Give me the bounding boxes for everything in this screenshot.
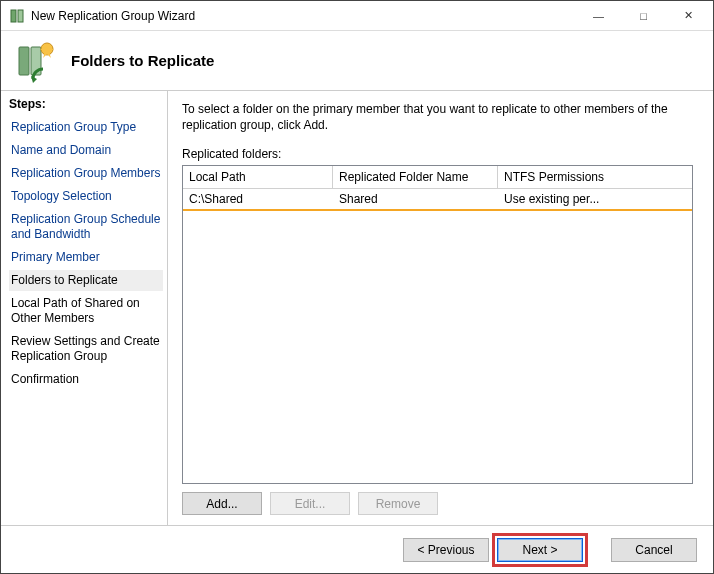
column-header-ntfs[interactable]: NTFS Permissions	[498, 166, 638, 188]
maximize-button[interactable]: □	[621, 2, 666, 30]
titlebar: New Replication Group Wizard — □ ✕	[1, 1, 713, 31]
svg-rect-2	[19, 47, 29, 75]
list-label: Replicated folders:	[182, 147, 693, 161]
sidebar-step: Review Settings and Create Replication G…	[9, 331, 163, 367]
edit-button: Edit...	[270, 492, 350, 515]
next-button[interactable]: Next >	[497, 538, 583, 562]
page-description: To select a folder on the primary member…	[182, 101, 693, 133]
sidebar-step[interactable]: Primary Member	[9, 247, 163, 268]
replicated-folders-grid[interactable]: Local Path Replicated Folder Name NTFS P…	[182, 165, 693, 484]
wizard-body: Steps: Replication Group TypeName and Do…	[1, 91, 713, 525]
remove-button: Remove	[358, 492, 438, 515]
sidebar-step[interactable]: Replication Group Schedule and Bandwidth	[9, 209, 163, 245]
add-button[interactable]: Add...	[182, 492, 262, 515]
svg-rect-1	[18, 10, 23, 22]
steps-sidebar: Steps: Replication Group TypeName and Do…	[1, 91, 168, 525]
sidebar-step[interactable]: Replication Group Members	[9, 163, 163, 184]
main-panel: To select a folder on the primary member…	[168, 91, 713, 525]
grid-header: Local Path Replicated Folder Name NTFS P…	[183, 166, 692, 189]
minimize-button[interactable]: —	[576, 2, 621, 30]
close-button[interactable]: ✕	[666, 2, 711, 30]
column-header-local-path[interactable]: Local Path	[183, 166, 333, 188]
window-title: New Replication Group Wizard	[31, 9, 576, 23]
wizard-footer: < Previous Next > Cancel	[1, 525, 713, 573]
sidebar-step[interactable]: Name and Domain	[9, 140, 163, 161]
wizard-header: Folders to Replicate	[1, 31, 713, 91]
sidebar-step[interactable]: Topology Selection	[9, 186, 163, 207]
sidebar-step: Local Path of Shared on Other Members	[9, 293, 163, 329]
svg-rect-0	[11, 10, 16, 22]
app-icon	[9, 8, 25, 24]
wizard-window: New Replication Group Wizard — □ ✕ Folde…	[0, 0, 714, 574]
cell-ntfs: Use existing per...	[498, 189, 638, 209]
column-header-replicated-name[interactable]: Replicated Folder Name	[333, 166, 498, 188]
wizard-icon	[13, 39, 57, 83]
sidebar-step: Confirmation	[9, 369, 163, 390]
cell-replicated-name: Shared	[333, 189, 498, 209]
previous-button[interactable]: < Previous	[403, 538, 489, 562]
sidebar-step[interactable]: Replication Group Type	[9, 117, 163, 138]
folder-buttons-row: Add... Edit... Remove	[182, 492, 693, 515]
cell-local-path: C:\Shared	[183, 189, 333, 209]
page-title: Folders to Replicate	[71, 52, 214, 69]
table-row[interactable]: C:\Shared Shared Use existing per...	[183, 189, 692, 211]
cancel-button[interactable]: Cancel	[611, 538, 697, 562]
steps-heading: Steps:	[9, 97, 163, 111]
sidebar-step: Folders to Replicate	[9, 270, 163, 291]
